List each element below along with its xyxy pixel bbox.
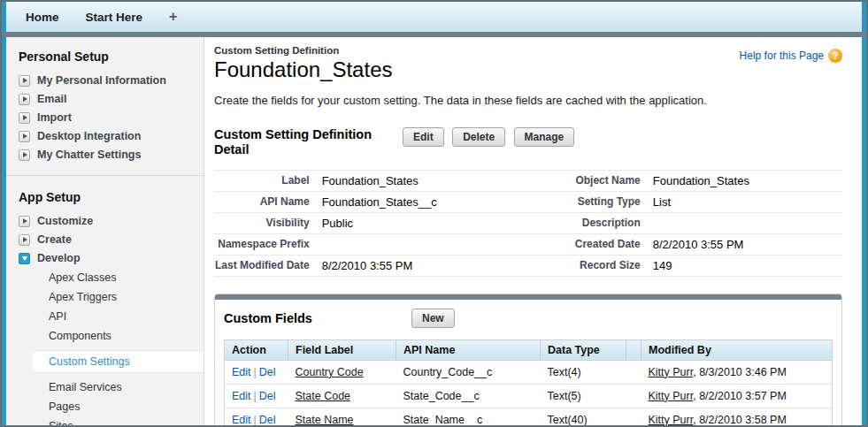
field-record-size-value: 149 [653, 255, 842, 276]
table-row: Edit|Del State Code State_Code__c Text(5… [225, 384, 833, 408]
sidebar-item-label: My Personal Information [37, 74, 166, 87]
table-row: Edit|Del State Name State_Name__c Text(4… [225, 408, 833, 425]
column-header-modified-by: Modified By [641, 339, 833, 360]
new-button[interactable]: New [411, 309, 455, 328]
sidebar-item-sites[interactable]: Sites [6, 416, 204, 425]
column-header-field-label: Field Label [288, 339, 396, 360]
table-row: Edit|Del Country Code Country_Code__c Te… [225, 360, 833, 384]
help-question-icon[interactable] [828, 49, 842, 63]
api-name-cell: State_Code__c [396, 384, 541, 408]
delete-button[interactable]: Delete [452, 127, 505, 147]
sidebar-section-personal-setup: Personal Setup [6, 48, 204, 72]
sidebar-item-pages[interactable]: Pages [6, 397, 204, 416]
manage-button[interactable]: Manage [514, 127, 575, 147]
del-link[interactable]: Del [259, 390, 276, 402]
sidebar-item-email-services[interactable]: Email Services [6, 377, 204, 397]
field-description-value [653, 212, 842, 233]
sidebar-item-label: Email [37, 93, 66, 105]
field-visibility-value: Public [322, 212, 565, 233]
data-type-cell: Text(5) [541, 384, 626, 408]
sidebar-item-api[interactable]: API [6, 307, 204, 326]
field-last-modified-date-label: Last Modified Date [214, 255, 322, 276]
sidebar-item-develop[interactable]: Develop [6, 249, 204, 268]
detail-button-group: Edit Delete Manage [403, 127, 579, 147]
field-label-link[interactable]: State Code [296, 390, 351, 402]
expand-right-icon[interactable] [19, 216, 30, 227]
sidebar-item-customize[interactable]: Customize [6, 212, 204, 231]
expand-right-icon[interactable] [19, 112, 30, 124]
field-last-modified-date-value: 8/2/2010 3:55 PM [322, 255, 565, 276]
expand-right-icon[interactable] [19, 131, 30, 142]
sidebar-item-label: Create [37, 233, 72, 246]
api-name-cell: State_Name__c [396, 408, 541, 425]
detail-row: API Name Foundation_States__c Setting Ty… [214, 191, 842, 212]
tab-bar: Home Start Here + [2, 2, 866, 32]
add-tab-button[interactable]: + [169, 9, 177, 25]
detail-section-header: Custom Setting Definition Detail Edit De… [214, 127, 842, 158]
expand-right-icon[interactable] [19, 94, 30, 105]
sidebar-item-components[interactable]: Components [6, 326, 204, 346]
sidebar-item-label: My Chatter Settings [37, 149, 141, 161]
setup-sidebar: Personal Setup My Personal Information E… [6, 37, 204, 425]
edit-button[interactable]: Edit [403, 127, 444, 147]
sidebar-item-desktop-integration[interactable]: Desktop Integration [6, 127, 204, 146]
column-header-blank [626, 339, 641, 360]
sidebar-item-email[interactable]: Email [6, 90, 204, 109]
modified-by-link[interactable]: Kitty Purr [649, 390, 694, 402]
sidebar-item-my-chatter-settings[interactable]: My Chatter Settings [6, 146, 204, 164]
field-created-date-value: 8/2/2010 3:55 PM [653, 233, 842, 255]
column-header-data-type: Data Type [541, 339, 626, 360]
field-namespace-prefix-label: Namespace Prefix [214, 233, 322, 255]
collapse-down-icon[interactable] [19, 253, 30, 264]
sidebar-item-custom-settings[interactable]: Custom Settings [33, 350, 204, 373]
data-type-cell: Text(4) [541, 360, 626, 384]
field-object-name-value: Foundation_States [653, 170, 842, 191]
sidebar-item-my-personal-information[interactable]: My Personal Information [6, 72, 204, 90]
modified-by-link[interactable]: Kitty Purr [649, 366, 694, 378]
sidebar-item-apex-triggers[interactable]: Apex Triggers [6, 287, 204, 307]
table-header-row: Action Field Label API Name Data Type Mo… [225, 339, 833, 360]
action-separator: | [254, 366, 257, 378]
app-window: Home Start Here + Personal Setup My Pers… [0, 0, 868, 427]
blank-cell [626, 360, 641, 384]
modified-date: , 8/2/2010 3:57 PM [693, 390, 787, 402]
modified-by-link[interactable]: Kitty Purr [649, 414, 694, 425]
blank-cell [626, 384, 641, 408]
tab-home[interactable]: Home [26, 11, 59, 24]
sidebar-item-import[interactable]: Import [6, 109, 204, 127]
field-description-label: Description [564, 212, 653, 233]
expand-right-icon[interactable] [19, 234, 30, 246]
field-label-link[interactable]: State Name [296, 414, 354, 425]
expand-right-icon[interactable] [19, 149, 30, 161]
detail-section-title: Custom Setting Definition Detail [214, 127, 403, 158]
modified-date: , 8/2/2010 3:58 PM [693, 414, 787, 425]
del-link[interactable]: Del [259, 414, 276, 425]
edit-link[interactable]: Edit [232, 414, 251, 425]
sidebar-divider [6, 175, 204, 176]
data-type-cell: Text(40) [541, 408, 626, 425]
page-title: Foundation_States [214, 57, 392, 82]
sidebar-item-apex-classes[interactable]: Apex Classes [6, 268, 204, 287]
column-header-action: Action [225, 339, 288, 360]
edit-link[interactable]: Edit [232, 366, 251, 378]
field-label-value: Foundation_States [322, 170, 565, 191]
custom-fields-section: Custom Fields New Action Field Label API… [214, 294, 842, 425]
sidebar-section-app-setup: App Setup [6, 188, 204, 212]
modified-date: , 8/3/2010 3:46 PM [693, 366, 787, 378]
field-namespace-prefix-value [322, 233, 565, 255]
field-api-name-value: Foundation_States__c [322, 191, 565, 212]
help-for-this-page-link[interactable]: Help for this Page [740, 50, 824, 62]
expand-right-icon[interactable] [19, 75, 30, 87]
tab-start-here[interactable]: Start Here [86, 11, 143, 24]
column-header-api-name: API Name [396, 339, 541, 360]
sidebar-item-label: Customize [37, 215, 93, 227]
sidebar-item-label: Develop [37, 252, 81, 264]
field-record-size-label: Record Size [564, 255, 653, 276]
edit-link[interactable]: Edit [232, 390, 251, 402]
field-label-link[interactable]: Country Code [296, 366, 364, 378]
breadcrumb: Custom Setting Definition [214, 45, 392, 56]
sidebar-item-label: Import [37, 111, 72, 124]
page-description: Create the fields for your custom settin… [214, 94, 842, 107]
sidebar-item-create[interactable]: Create [6, 231, 204, 249]
del-link[interactable]: Del [259, 366, 276, 378]
